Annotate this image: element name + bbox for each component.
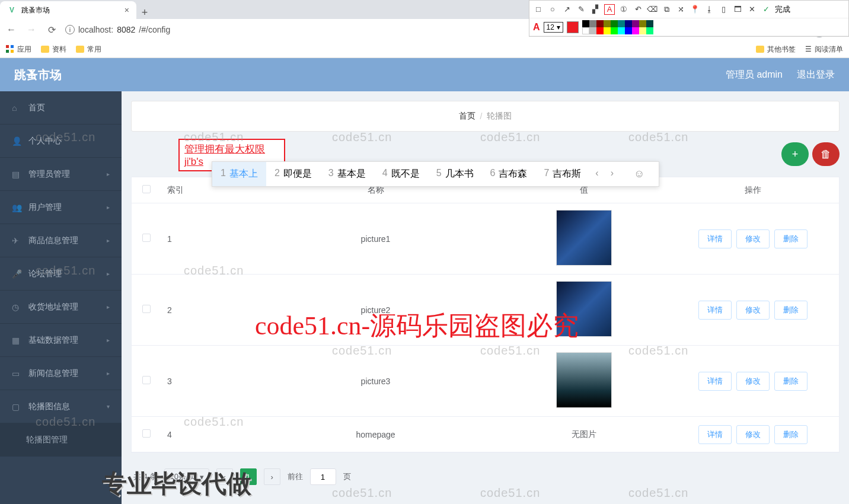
current-color[interactable]	[567, 21, 579, 33]
undo-icon[interactable]: ↶	[633, 4, 643, 15]
page-next[interactable]: ›	[264, 468, 280, 485]
cell-value: 无图片	[501, 429, 667, 440]
ime-candidate-7[interactable]: 7吉布斯	[535, 162, 589, 186]
ime-next[interactable]: ›	[605, 162, 620, 186]
close-tab-icon[interactable]: ×	[125, 5, 129, 15]
shuffle-icon[interactable]: ⤨	[675, 4, 686, 15]
sidebar-item-address[interactable]: ◷收货地址管理▸	[0, 291, 122, 324]
chevron-down-icon: ▾	[200, 473, 204, 481]
eraser-icon[interactable]: ⌫	[647, 4, 658, 15]
logout-link[interactable]: 退出登录	[797, 69, 835, 81]
edit-button[interactable]: 修改	[736, 229, 770, 248]
ime-candidate-6[interactable]: 6吉布森	[482, 162, 536, 186]
detail-button[interactable]: 详情	[698, 425, 732, 444]
page-1[interactable]: 1	[240, 468, 257, 485]
browser-tab[interactable]: V 跳蚤市场 ×	[0, 1, 136, 19]
download-icon[interactable]: ⭳	[704, 4, 714, 15]
ime-candidate-4[interactable]: 4既不是	[374, 162, 428, 186]
edit-button[interactable]: 修改	[736, 425, 770, 444]
row-checkbox[interactable]	[142, 234, 151, 242]
done-check-icon[interactable]: ✓	[761, 4, 771, 15]
breadcrumb-root[interactable]: 首页	[459, 111, 475, 122]
pin-icon[interactable]: 📍	[690, 4, 700, 15]
circle-icon[interactable]: ○	[547, 4, 558, 15]
close-tool-icon[interactable]: ✕	[746, 4, 757, 15]
font-size-select[interactable]: 12▾	[544, 22, 563, 33]
toolbar: 管理拥有最大权限ji'b's 1基本上 2即便是 3基本是 4既不是 5几本书 …	[131, 140, 840, 168]
copy-icon[interactable]: ⧉	[661, 4, 672, 15]
reading-list[interactable]: ☰阅读清单	[805, 44, 843, 55]
data-icon: ▦	[12, 336, 21, 345]
forward-button[interactable]: →	[25, 24, 38, 35]
app-root: 跳蚤市场 管理员 admin 退出登录 ⌂首页 👤个人中心 ▤管理员管理▸ 👥用…	[0, 58, 849, 504]
add-button[interactable]: +	[781, 142, 809, 166]
sidebar-item-home[interactable]: ⌂首页	[0, 91, 122, 125]
back-button[interactable]: ←	[5, 24, 18, 35]
cell-value	[501, 352, 667, 410]
sidebar-item-carousel[interactable]: ▢轮播图信息▾	[0, 390, 122, 423]
user-label[interactable]: 管理员 admin	[726, 69, 783, 81]
delete-button[interactable]: 🗑	[812, 142, 840, 166]
select-all-checkbox[interactable]	[142, 185, 151, 193]
pen-icon[interactable]: ✎	[576, 4, 586, 15]
row-checkbox[interactable]	[142, 305, 151, 313]
save-icon[interactable]: 🗖	[732, 4, 743, 15]
new-tab-button[interactable]: +	[136, 7, 153, 19]
marker-icon[interactable]: ▞	[590, 4, 601, 15]
ime-candidate-3[interactable]: 3基本是	[320, 162, 374, 186]
sidebar-item-basedata[interactable]: ▦基础数据管理▸	[0, 324, 122, 357]
users-icon: 👥	[12, 203, 21, 212]
number-icon[interactable]: ①	[618, 4, 629, 15]
text-tool-icon[interactable]: A	[604, 4, 615, 15]
sidebar-item-users[interactable]: 👥用户管理▸	[0, 191, 122, 224]
page-prev[interactable]: ‹	[216, 468, 233, 485]
ime-prev[interactable]: ‹	[589, 162, 604, 186]
ime-candidate-1[interactable]: 1基本上	[212, 162, 266, 186]
row-delete-button[interactable]: 删除	[774, 301, 807, 320]
app-header: 跳蚤市场 管理员 admin 退出登录	[0, 58, 849, 91]
page-input[interactable]	[310, 468, 336, 485]
other-bookmarks[interactable]: 其他书签	[756, 44, 796, 55]
sidebar-item-products[interactable]: ✈商品信息管理▸	[0, 224, 122, 257]
arrow-icon[interactable]: ↗	[561, 4, 572, 15]
apps-bookmark[interactable]: 应用	[6, 44, 31, 55]
phone-icon[interactable]: ▯	[718, 4, 729, 15]
detail-button[interactable]: 详情	[698, 301, 732, 320]
color-palette[interactable]	[582, 20, 653, 34]
reload-button[interactable]: ⟳	[45, 24, 58, 36]
detail-button[interactable]: 详情	[698, 372, 732, 391]
send-icon: ✈	[12, 236, 21, 245]
sidebar-sub-carousel-mgmt[interactable]: 轮播图管理	[0, 423, 122, 457]
row-delete-button[interactable]: 删除	[774, 229, 807, 248]
pagination: 共 4 条 10条/页▾ ‹ 1 › 前往 页	[131, 461, 840, 492]
ime-candidate-5[interactable]: 5几本书	[428, 162, 482, 186]
plus-icon: +	[792, 148, 799, 161]
row-delete-button[interactable]: 删除	[774, 425, 807, 444]
cell-name: picture2	[250, 305, 501, 315]
ime-emoji[interactable]: ☺	[628, 162, 650, 186]
sidebar: ⌂首页 👤个人中心 ▤管理员管理▸ 👥用户管理▸ ✈商品信息管理▸ 🎤论坛管理▸…	[0, 91, 122, 504]
bookmark-folder-2[interactable]: 常用	[76, 44, 101, 55]
sidebar-item-profile[interactable]: 👤个人中心	[0, 125, 122, 158]
cell-index: 3	[161, 377, 250, 386]
sidebar-item-admin[interactable]: ▤管理员管理▸	[0, 158, 122, 191]
sidebar-item-news[interactable]: ▭新闻信息管理▸	[0, 357, 122, 390]
sidebar-item-forum[interactable]: 🎤论坛管理▸	[0, 257, 122, 291]
row-delete-button[interactable]: 删除	[774, 372, 807, 391]
row-checkbox[interactable]	[142, 376, 151, 384]
screenshot-tool: □ ○ ↗ ✎ ▞ A ① ↶ ⌫ ⧉ ⤨ 📍 ⭳ ▯ 🗖 ✕ ✓ 完成 A 1…	[529, 0, 849, 37]
url-host: localhost:	[78, 25, 113, 34]
ime-candidate-2[interactable]: 2即便是	[266, 162, 320, 186]
table-row: 4homepage无图片详情修改删除	[132, 417, 839, 452]
bookmark-folder-1[interactable]: 资料	[41, 44, 66, 55]
detail-button[interactable]: 详情	[698, 229, 732, 248]
info-icon[interactable]: i	[65, 25, 75, 34]
image-icon: ▢	[12, 402, 21, 412]
news-icon: ▭	[12, 369, 21, 378]
edit-button[interactable]: 修改	[736, 372, 770, 391]
done-label[interactable]: 完成	[775, 4, 790, 15]
page-size-select[interactable]: 10条/页▾	[164, 468, 209, 485]
row-checkbox[interactable]	[142, 429, 151, 438]
edit-button[interactable]: 修改	[736, 301, 770, 320]
rect-icon[interactable]: □	[533, 4, 544, 15]
